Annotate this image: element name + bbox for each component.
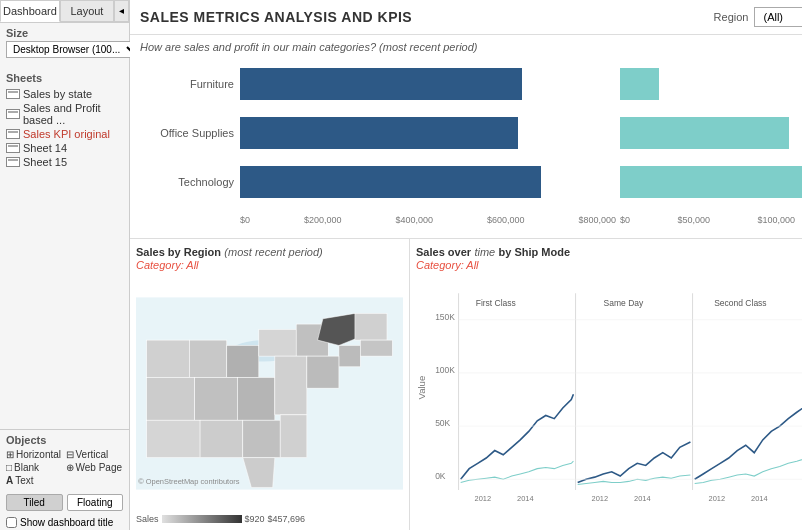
x-r-0: $0: [620, 215, 630, 225]
svg-text:2012: 2012: [592, 494, 609, 503]
sheet-item-2[interactable]: Sales and Profit based ...: [6, 101, 123, 127]
show-title-label: Show dashboard title: [20, 517, 113, 528]
svg-text:100K: 100K: [435, 365, 455, 375]
bar-label-furniture: Furniture: [140, 78, 240, 90]
svg-text:2014: 2014: [751, 494, 768, 503]
svg-rect-8: [355, 313, 387, 340]
bar-track-office: [240, 117, 616, 149]
profit-bar-technology: [620, 166, 802, 198]
webpage-icon: ⊕: [66, 462, 74, 473]
bar-chart-container: Furniture Office Supplies: [140, 59, 802, 234]
size-dropdown[interactable]: Desktop Browser (100...: [6, 41, 123, 58]
size-section: Size Desktop Browser (100...: [0, 23, 129, 68]
bar-row-technology: Technology: [140, 166, 616, 198]
horizontal-icon: ⊞: [6, 449, 14, 460]
map-section: Sales by Region (most recent period) Cat…: [130, 239, 410, 530]
region-select[interactable]: (All): [754, 7, 802, 27]
obj-webpage-label: Web Page: [76, 462, 123, 473]
bottom-charts: Sales by Region (most recent period) Cat…: [130, 239, 802, 530]
svg-rect-10: [360, 340, 392, 356]
floating-button[interactable]: Floating: [67, 494, 124, 511]
x-axis-600k: $600,000: [487, 215, 525, 225]
obj-vertical-label: Vertical: [76, 449, 109, 460]
map-title-period: (most recent period): [224, 246, 322, 258]
sheet-label-4: Sheet 14: [23, 142, 67, 154]
obj-blank-label: Blank: [14, 462, 39, 473]
svg-rect-17: [200, 420, 243, 457]
map-legend-title: Sales: [136, 514, 159, 524]
svg-rect-9: [339, 345, 360, 366]
svg-text:2012: 2012: [475, 494, 492, 503]
bar-chart-right: Target $0 $50,000: [620, 59, 802, 234]
svg-rect-15: [307, 356, 339, 388]
size-label: Size: [6, 27, 123, 39]
sheet-item-3[interactable]: Sales KPI original: [6, 127, 123, 141]
x-axis-400k: $400,000: [395, 215, 433, 225]
map-legend: Sales $920 $457,696: [136, 514, 403, 524]
bar-fill-furniture: [240, 68, 522, 100]
sidebar-tabs: Dashboard Layout ◂: [0, 0, 129, 23]
objects-title: Objects: [6, 434, 123, 446]
svg-text:Value: Value: [416, 376, 427, 400]
svg-rect-2: [147, 340, 190, 377]
line-chart-period: time: [474, 246, 495, 258]
bar-fill-technology: [240, 166, 541, 198]
svg-rect-18: [243, 420, 280, 457]
region-label: Region: [714, 11, 749, 23]
profit-fill-office: [620, 117, 789, 149]
bar-track-furniture: [240, 68, 616, 100]
sheet-icon-2: [6, 109, 20, 119]
sidebar-collapse-button[interactable]: ◂: [114, 0, 129, 22]
vertical-icon: ⊟: [66, 449, 74, 460]
bar-label-technology: Technology: [140, 176, 240, 188]
x-axis-800k: $800,000: [578, 215, 616, 225]
line-chart-container: Value 150K 100K 50K 0K: [416, 275, 802, 524]
sheets-title: Sheets: [6, 72, 123, 84]
svg-text:First Class: First Class: [476, 298, 516, 308]
line-chart-section: Sales over time by Ship Mode Category: A…: [410, 239, 802, 530]
line-chart-header: Sales over time by Ship Mode: [416, 245, 802, 259]
sheet-item-1[interactable]: Sales by state: [6, 87, 123, 101]
tab-layout[interactable]: Layout: [60, 0, 114, 22]
obj-horizontal[interactable]: ⊞Horizontal: [6, 449, 64, 460]
line-chart-by: by Ship Mode: [499, 246, 571, 258]
svg-rect-11: [147, 377, 195, 420]
obj-webpage[interactable]: ⊕Web Page: [66, 462, 124, 473]
bar-row-office: Office Supplies: [140, 117, 616, 149]
svg-rect-5: [259, 329, 296, 356]
svg-text:150K: 150K: [435, 312, 455, 322]
map-title: Sales by Region (most recent period): [136, 245, 403, 259]
charts-area: How are sales and profit in our main cat…: [130, 35, 802, 530]
profit-fill-technology: [620, 166, 802, 198]
profit-bar-office: [620, 117, 802, 149]
obj-blank[interactable]: □Blank: [6, 462, 64, 473]
sheet-item-4[interactable]: Sheet 14: [6, 141, 123, 155]
region-filter: Region (All): [714, 7, 802, 27]
x-axis-left: $0 $200,000 $400,000 $600,000 $800,000: [140, 215, 616, 225]
top-bar: SALES METRICS ANALYSIS AND KPIS Region (…: [130, 0, 802, 35]
svg-text:Same Day: Same Day: [604, 298, 644, 308]
svg-rect-19: [280, 415, 307, 458]
obj-text[interactable]: AText: [6, 475, 64, 486]
bar-row-furniture: Furniture: [140, 68, 616, 100]
show-title-checkbox[interactable]: [6, 517, 17, 528]
map-subtitle: Category: All: [136, 259, 403, 271]
svg-text:2014: 2014: [517, 494, 534, 503]
sheet-label-5: Sheet 15: [23, 156, 67, 168]
sidebar: Dashboard Layout ◂ Size Desktop Browser …: [0, 0, 130, 530]
tiled-button[interactable]: Tiled: [6, 494, 63, 511]
x-axis-0: $0: [240, 215, 250, 225]
map-legend-max: $457,696: [268, 514, 306, 524]
bar-track-technology: [240, 166, 616, 198]
blank-icon: □: [6, 462, 12, 473]
obj-vertical[interactable]: ⊟Vertical: [66, 449, 124, 460]
x-r-50k: $50,000: [677, 215, 710, 225]
sheet-icon-1: [6, 89, 20, 99]
sheet-label-3: Sales KPI original: [23, 128, 110, 140]
sheet-item-5[interactable]: Sheet 15: [6, 155, 123, 169]
bar-chart-question: How are sales and profit in our main cat…: [140, 41, 802, 53]
line-chart-title: Sales over: [416, 246, 471, 258]
size-select[interactable]: Desktop Browser (100...: [6, 41, 140, 58]
svg-rect-14: [275, 356, 307, 415]
tab-dashboard[interactable]: Dashboard: [0, 0, 60, 22]
